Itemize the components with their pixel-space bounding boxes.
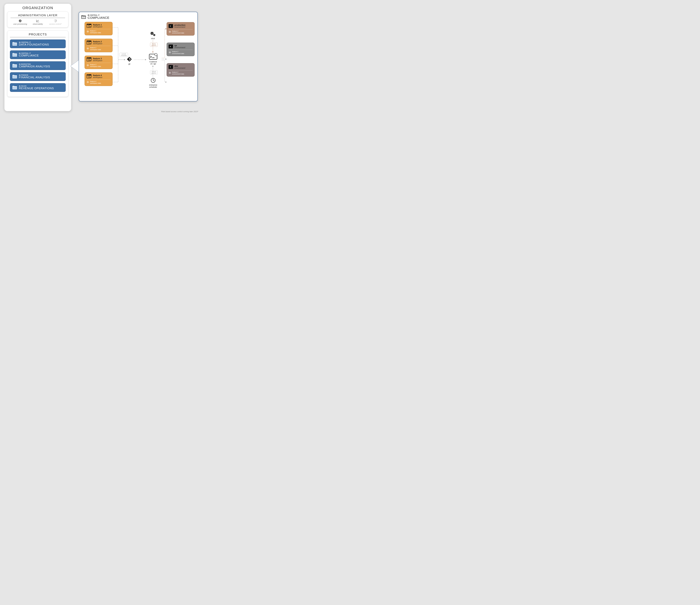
people-icon <box>19 42 21 43</box>
svg-point-8 <box>19 74 20 75</box>
environment-card-dev[interactable]: devenvironmentfeature 2environment data <box>167 63 195 77</box>
workspace-subtitle: workspace <box>93 59 102 62</box>
environment-subtitle: environment <box>174 26 185 28</box>
snowflake-icon <box>86 81 89 84</box>
chart-line-icon <box>36 19 40 22</box>
svg-point-56 <box>155 53 157 56</box>
folder-icon <box>81 15 86 19</box>
workspace-card-feature-3[interactable]: feature 3workspacefeature 3workspace dat… <box>84 55 112 69</box>
environment-card-production[interactable]: productionenvironmentfeature 2environmen… <box>167 22 195 35</box>
projects-title: PROJECTS <box>10 33 66 37</box>
workspace-icon <box>86 57 92 62</box>
project-item-data-foundations[interactable]: CENTRAL ITDATA FOUNDATIONS <box>10 40 66 48</box>
refresh-pipeline-pill: refreshpipeline <box>150 70 158 74</box>
svg-point-34 <box>89 58 89 58</box>
people-icon <box>88 14 89 16</box>
project-name: REVENUE OPERATIONS <box>19 87 54 90</box>
admin-item-label: access control* <box>49 23 61 25</box>
project-item-financial-analysis[interactable]: FINANCEFINANCIAL ANALYSIS <box>10 72 66 81</box>
scheduler-label-1: enterprise <box>146 84 161 86</box>
svg-point-13 <box>89 15 89 15</box>
folder-icon <box>12 53 17 57</box>
terminal-icon <box>149 58 157 60</box>
svg-point-25 <box>88 41 88 42</box>
projects-list: CENTRAL ITDATA FOUNDATIONSCENTRAL ITCOMP… <box>10 40 66 92</box>
environment-data-l2: environment data <box>172 73 184 75</box>
svg-point-7 <box>20 64 21 64</box>
cicd-node: ci/cd <box>147 31 158 40</box>
svg-point-53 <box>129 60 130 60</box>
workspace-subtitle: workspace <box>93 43 102 45</box>
environment-data-l1: feature 2 <box>172 51 178 52</box>
environment-data-l2: environment data <box>172 32 184 34</box>
svg-rect-51 <box>170 65 171 66</box>
project-owner: MARKETING <box>21 64 31 65</box>
workspace-data-l2: workspace data <box>90 32 101 33</box>
svg-point-2 <box>19 42 20 42</box>
snowflake-icon <box>86 47 89 50</box>
project-item-revenue-operations[interactable]: SALESREVENUE OPERATIONS <box>10 83 66 92</box>
svg-point-33 <box>88 58 88 58</box>
folder-icon <box>12 64 17 68</box>
project-owner: FINANCE <box>21 74 28 76</box>
admin-items-row: user provisioning observability access c… <box>10 19 65 25</box>
environments-column: productionenvironmentfeature 2environmen… <box>167 22 195 77</box>
project-item-compliance[interactable]: CENTRAL ITCOMPLIANCE <box>10 50 66 59</box>
workspace-icon <box>86 41 92 45</box>
svg-point-17 <box>88 24 88 25</box>
environment-subtitle: environment <box>174 46 185 49</box>
environment-data-l1: feature 2 <box>172 30 178 32</box>
shield-icon <box>54 19 57 22</box>
workspace-card-feature-2[interactable]: feature 2workspacefeature 2workspace dat… <box>84 39 112 52</box>
administration-layer-title: ADMINISTRATION LAYER <box>10 14 65 18</box>
workspace-icon <box>86 24 92 28</box>
environment-subtitle: environment <box>174 67 185 69</box>
environment-card-qa[interactable]: qaenvironmentfeature 2environment data <box>167 43 195 56</box>
svg-point-26 <box>89 41 89 42</box>
workspace-card-feature-1[interactable]: feature 1workspacefeature 1workspace dat… <box>84 22 112 35</box>
workspace-data-l1: feature 4 <box>90 80 96 82</box>
svg-point-45 <box>91 77 92 78</box>
svg-point-60 <box>154 35 154 35</box>
scheduler-label-2: scheduler <box>146 86 161 88</box>
svg-point-43 <box>88 76 90 78</box>
snowflake-icon <box>169 30 171 33</box>
svg-point-19 <box>88 25 90 27</box>
compliance-header: CENTRAL IT COMPLIANCE <box>81 14 195 20</box>
snowflake-icon <box>86 30 89 33</box>
svg-point-9 <box>20 74 21 75</box>
admin-item-user-provisioning: user provisioning <box>11 19 29 25</box>
environment-data-l2: environment data <box>172 53 184 54</box>
people-icon <box>19 64 21 65</box>
admin-item-observability: observability <box>29 19 47 25</box>
cli-label-1: Coalesce <box>145 60 161 63</box>
compliance-name: COMPLIANCE <box>88 16 109 20</box>
svg-point-20 <box>90 26 91 27</box>
admin-item-label: observability <box>33 23 43 25</box>
svg-point-29 <box>91 43 92 44</box>
project-item-campaign-analysis[interactable]: MARKETINGCAMPAIGN ANALYSIS <box>10 61 66 70</box>
commit-metadata-pill: commitmetadata <box>120 53 128 57</box>
svg-point-44 <box>90 77 91 78</box>
folder-icon <box>12 74 17 79</box>
svg-point-18 <box>89 24 89 25</box>
gears-icon <box>150 35 156 37</box>
compliance-owner: CENTRAL IT <box>90 15 100 16</box>
project-name: DATA FOUNDATIONS <box>19 43 49 46</box>
svg-point-36 <box>90 60 91 61</box>
snowflake-icon <box>86 64 89 67</box>
project-owner: CENTRAL IT <box>21 42 31 43</box>
svg-rect-49 <box>170 45 171 45</box>
projects-card: PROJECTS CENTRAL ITDATA FOUNDATIONSCENTR… <box>7 30 68 97</box>
folder-icon <box>12 42 17 46</box>
git-label: git <box>125 63 133 65</box>
project-name: CAMPAIGN ANALYSIS <box>19 65 50 68</box>
workspace-card-feature-4[interactable]: feature 4workspacefeature 4workspace dat… <box>84 72 112 86</box>
svg-point-1 <box>20 20 21 21</box>
git-icon <box>127 60 132 62</box>
svg-point-27 <box>88 42 90 44</box>
run-icon <box>169 24 173 28</box>
snowflake-icon <box>169 51 171 54</box>
svg-point-28 <box>90 43 91 44</box>
compliance-detail-panel: CENTRAL IT COMPLIANCE feature 1workspace… <box>79 12 198 101</box>
